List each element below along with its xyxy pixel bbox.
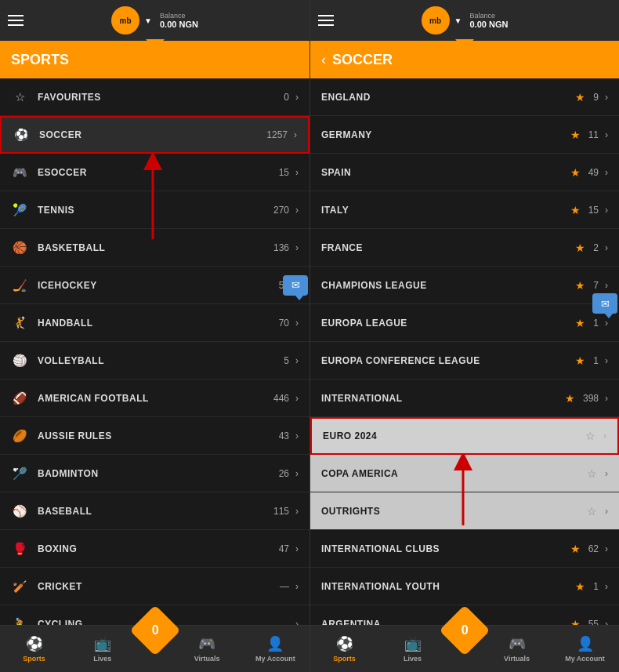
right-hamburger-menu[interactable] — [318, 15, 334, 26]
league-name-outrights: OUTRIGHTS — [321, 506, 587, 517]
league-item-international[interactable]: INTERNATIONAL ★ 398 › — [310, 380, 619, 417]
league-star-france[interactable]: ★ — [575, 242, 585, 254]
league-chevron-international-clubs: › — [605, 543, 608, 554]
league-star-international-youth[interactable]: ★ — [575, 580, 585, 593]
league-item-champions-league[interactable]: CHAMPIONS LEAGUE ★ 7 › — [310, 267, 619, 304]
league-star-europa-conference[interactable]: ★ — [575, 354, 585, 367]
league-item-euro-2024[interactable]: EURO 2024 ☆ › — [310, 417, 619, 455]
left-nav-lives[interactable]: 📺 Lives — [68, 635, 136, 663]
league-star-england[interactable]: ★ — [575, 91, 585, 104]
league-name-europa-league: EUROPA LEAGUE — [321, 318, 575, 329]
league-item-europa-league[interactable]: EUROPA LEAGUE ★ 1 › — [310, 304, 619, 342]
league-star-international[interactable]: ★ — [565, 392, 575, 405]
sport-name-boxing: BOXING — [38, 543, 279, 554]
league-name-spain: SPAIN — [321, 167, 570, 178]
sport-chevron-basketball: › — [295, 242, 299, 253]
right-virtuals-label: Virtuals — [504, 655, 530, 663]
sport-item-cricket[interactable]: 🏏 CRICKET — › — [0, 568, 310, 605]
right-message-icon: ✉ — [601, 298, 610, 310]
sport-item-esoccer[interactable]: 🎮 ESOCCER 15 › — [0, 154, 310, 191]
sport-item-icehockey[interactable]: 🏒 ICEHOCKEY 50 › ✉ — [0, 267, 310, 304]
league-item-england[interactable]: ENGLAND ★ 9 › — [310, 78, 619, 116]
sport-name-cricket: CRICKET — [38, 581, 280, 592]
right-logo: mb — [422, 6, 450, 35]
sport-count-boxing: 47 — [279, 543, 289, 554]
lives-label: Lives — [93, 655, 111, 663]
sport-item-aussie-rules[interactable]: 🏉 AUSSIE RULES 43 › — [0, 417, 310, 455]
sport-count-baseball: 115 — [273, 506, 289, 517]
sport-name-favourites: FAVOURITES — [38, 92, 284, 103]
league-item-germany[interactable]: GERMANY ★ 11 › — [310, 116, 619, 154]
sport-icon-favourites: ☆ — [11, 89, 28, 106]
left-nav-account[interactable]: 👤 My Account — [241, 635, 310, 663]
message-bubble[interactable]: ✉ — [283, 275, 308, 296]
league-name-europa-conference: EUROPA CONFERENCE LEAGUE — [321, 355, 575, 366]
league-star-champions-league[interactable]: ★ — [575, 279, 585, 292]
soccer-leagues-list: ENGLAND ★ 9 › GERMANY ★ 11 › SPAIN ★ 49 … — [310, 78, 619, 625]
sport-count-tennis: 270 — [273, 205, 289, 216]
league-chevron-international: › — [605, 393, 608, 404]
league-item-spain[interactable]: SPAIN ★ 49 › — [310, 154, 619, 191]
left-nav-sports[interactable]: ⚽ Sports — [0, 635, 68, 663]
sport-chevron-cycling: › — [295, 619, 299, 626]
sport-item-boxing[interactable]: 🥊 BOXING 47 › — [0, 530, 310, 568]
right-page-title: Soccer — [332, 52, 393, 68]
league-chevron-argentina: › — [605, 619, 608, 626]
right-nav-virtuals[interactable]: 🎮 Virtuals — [483, 635, 551, 663]
league-count-champions-league: 7 — [593, 280, 599, 291]
right-header: mb ▼ Balance 0.00 NGN — [310, 0, 619, 41]
league-star-spain[interactable]: ★ — [570, 166, 581, 179]
right-virtuals-icon: 🎮 — [509, 635, 526, 652]
league-chevron-italy: › — [605, 205, 608, 216]
right-message-bubble[interactable]: ✉ — [592, 293, 617, 314]
league-item-outrights[interactable]: OUTRIGHTS ☆ › — [310, 492, 619, 530]
sport-item-tennis[interactable]: 🎾 TENNIS 270 › — [0, 191, 310, 229]
league-star-europa-league[interactable]: ★ — [575, 317, 585, 329]
sport-item-handball[interactable]: 🤾 HANDBALL 70 › — [0, 304, 310, 342]
league-star-outrights[interactable]: ☆ — [587, 505, 597, 518]
league-star-germany[interactable]: ★ — [570, 129, 581, 141]
league-item-france[interactable]: FRANCE ★ 2 › — [310, 229, 619, 267]
league-star-argentina[interactable]: ★ — [570, 618, 581, 626]
sport-item-baseball[interactable]: ⚾ BASEBALL 115 › — [0, 492, 310, 530]
sport-name-baseball: BASEBALL — [38, 506, 273, 517]
sport-name-aussie-rules: AUSSIE RULES — [38, 430, 279, 441]
league-item-copa-america[interactable]: COPA AMERICA ☆ › — [310, 455, 619, 492]
league-item-italy[interactable]: ITALY ★ 15 › — [310, 191, 619, 229]
league-star-italy[interactable]: ★ — [570, 204, 581, 216]
league-item-international-youth[interactable]: INTERNATIONAL YOUTH ★ 1 › — [310, 568, 619, 605]
right-nav-lives[interactable]: 📺 Lives — [378, 635, 447, 663]
league-count-europa-conference: 1 — [593, 355, 599, 366]
league-count-germany: 11 — [588, 129, 599, 140]
right-pointer-triangle — [455, 39, 474, 50]
sport-item-basketball[interactable]: 🏀 BASKETBALL 136 › — [0, 229, 310, 267]
right-nav-account[interactable]: 👤 My Account — [551, 635, 619, 663]
back-arrow-icon[interactable]: ‹ — [321, 52, 326, 68]
right-badge-value: 0 — [462, 623, 469, 637]
league-item-international-clubs[interactable]: INTERNATIONAL CLUBS ★ 62 › — [310, 530, 619, 568]
sport-icon-handball: 🤾 — [11, 314, 28, 332]
balance-dropdown[interactable]: ▼ — [144, 16, 152, 25]
sport-name-american-football: AMERICAN FOOTBALL — [38, 393, 273, 404]
sports-icon: ⚽ — [26, 635, 43, 652]
sport-item-favourites[interactable]: ☆ FAVOURITES 0 › — [0, 78, 310, 116]
sport-item-american-football[interactable]: 🏈 AMERICAN FOOTBALL 446 › — [0, 380, 310, 417]
account-icon: 👤 — [266, 635, 284, 652]
league-name-england: ENGLAND — [321, 92, 575, 103]
sport-item-badminton[interactable]: 🏸 BADMINTON 26 › — [0, 455, 310, 492]
sport-chevron-aussie-rules: › — [295, 430, 299, 441]
page-title: Sports — [11, 52, 69, 68]
sport-item-soccer[interactable]: ⚽ SOCCER 1257 › — [0, 116, 310, 154]
message-icon: ✉ — [291, 279, 300, 291]
league-item-europa-conference[interactable]: EUROPA CONFERENCE LEAGUE ★ 1 › — [310, 342, 619, 380]
hamburger-menu[interactable] — [8, 15, 24, 26]
league-chevron-outrights: › — [605, 506, 608, 517]
sport-item-volleyball[interactable]: 🏐 VOLLEYBALL 5 › — [0, 342, 310, 380]
league-star-euro-2024[interactable]: ☆ — [585, 430, 595, 442]
right-nav-sports[interactable]: ⚽ Sports — [310, 635, 378, 663]
league-star-international-clubs[interactable]: ★ — [570, 543, 581, 555]
right-balance-dropdown[interactable]: ▼ — [454, 16, 462, 25]
league-chevron-europa-conference: › — [605, 355, 608, 366]
league-star-copa-america[interactable]: ☆ — [587, 467, 597, 480]
left-nav-virtuals[interactable]: 🎮 Virtuals — [173, 635, 241, 663]
